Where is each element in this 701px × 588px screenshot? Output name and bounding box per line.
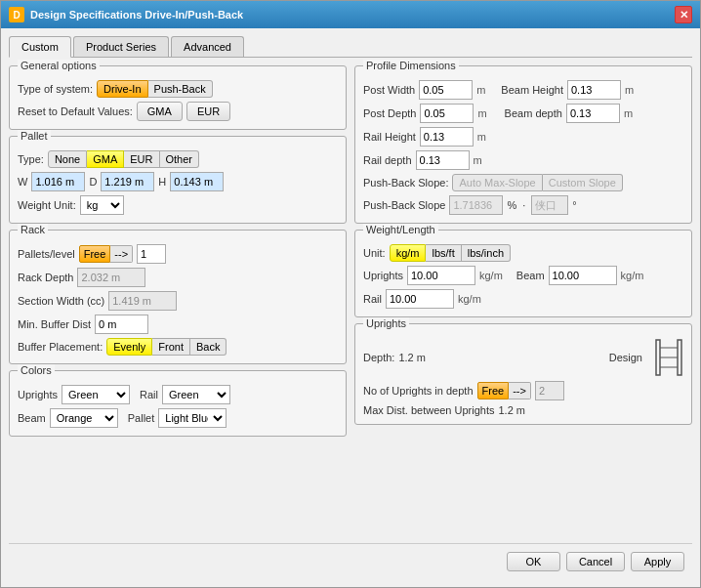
- uprights-depth-label: Depth:: [363, 352, 394, 363]
- section-width-label: Section Width (cc): [18, 295, 104, 307]
- lbs-ft-button[interactable]: lbs/ft: [426, 244, 461, 262]
- uprights-group: Uprights Depth: 1.2 m Design: [354, 323, 692, 425]
- gma-pallet-button[interactable]: GMA: [87, 150, 124, 168]
- uprights-color-select[interactable]: GreenOrangeLight BlueRed: [62, 385, 130, 404]
- none-button[interactable]: None: [48, 150, 87, 168]
- buffer-placement-group: Evenly Front Back: [106, 338, 227, 356]
- pallets-free-button[interactable]: Free: [79, 245, 111, 263]
- pallet-group: Pallet Type: None GMA EUR Other W D: [9, 136, 347, 224]
- profile-dimensions-group: Profile Dimensions Post Width m Beam Hei…: [354, 65, 692, 224]
- rail-color-select[interactable]: GreenOrangeLight BlueRed: [162, 385, 230, 404]
- weight-unit-label2: Unit:: [363, 247, 386, 259]
- apply-button[interactable]: Apply: [631, 552, 684, 571]
- eur-reset-button[interactable]: EUR: [186, 102, 230, 121]
- weight-length-group: Weight/Length Unit: kg/m lbs/ft lbs/inch…: [354, 230, 692, 317]
- uprights-color-row: Uprights GreenOrangeLight BlueRed Rail G…: [18, 385, 338, 404]
- beam-weight-label: Beam: [516, 270, 545, 281]
- post-depth-label: Post Depth: [363, 107, 416, 119]
- buffer-placement-row: Buffer Placement: Evenly Front Back: [18, 338, 338, 356]
- no-uprights-input[interactable]: [535, 381, 564, 400]
- ok-button[interactable]: OK: [507, 552, 560, 571]
- type-of-system-row: Type of system: Drive-In Push-Back: [18, 80, 338, 98]
- uprights-free-button[interactable]: Free: [477, 382, 510, 399]
- main-content: General options Type of system: Drive-In…: [9, 65, 692, 543]
- w-input[interactable]: [31, 172, 85, 191]
- window-title: Design Specifications Drive-In/Push-Back: [30, 9, 669, 21]
- tab-bar: Custom Product Series Advanced: [9, 36, 692, 58]
- uprights-color-label: Uprights: [18, 389, 58, 400]
- rail-weight-input[interactable]: [386, 289, 454, 309]
- push-back-slope-value-label: Push-Back Slope: [363, 199, 445, 211]
- rack-group: Rack Pallets/level Free --> Rack Depth: [9, 230, 347, 364]
- colors-label: Colors: [18, 364, 55, 376]
- rack-depth-input[interactable]: [77, 268, 145, 287]
- uprights-weight-row: Uprights kg/m Beam kg/m: [363, 266, 683, 285]
- lbs-inch-button[interactable]: lbs/inch: [462, 244, 511, 262]
- rail-depth-input[interactable]: [416, 150, 470, 170]
- eur-pallet-button[interactable]: EUR: [124, 150, 159, 168]
- gma-reset-button[interactable]: GMA: [137, 102, 183, 121]
- pallets-value-input[interactable]: [137, 244, 166, 264]
- post-width-input[interactable]: [419, 80, 473, 100]
- post-depth-input[interactable]: [420, 104, 474, 123]
- app-icon: D: [9, 7, 24, 22]
- angle-input[interactable]: [531, 195, 568, 215]
- beam-height-input[interactable]: [567, 80, 621, 100]
- svg-rect-1: [678, 340, 681, 375]
- degree-sign: °: [572, 199, 576, 211]
- beam-color-select[interactable]: GreenOrangeLight BlueRed: [50, 408, 118, 428]
- push-back-slope-row: Push-Back Slope: Auto Max-Slope Custom S…: [363, 174, 683, 191]
- max-dist-row: Max Dist. between Uprights 1.2 m: [363, 404, 683, 416]
- auto-max-slope-button[interactable]: Auto Max-Slope: [452, 174, 542, 191]
- post-width-label: Post Width: [363, 84, 415, 96]
- h-label: H: [158, 176, 166, 188]
- max-dist-label: Max Dist. between Uprights: [363, 404, 495, 416]
- evenly-button[interactable]: Evenly: [106, 338, 152, 356]
- d-label: D: [89, 176, 97, 188]
- custom-slope-button[interactable]: Custom Slope: [543, 174, 623, 191]
- tab-advanced[interactable]: Advanced: [171, 36, 244, 57]
- left-column: General options Type of system: Drive-In…: [9, 65, 347, 543]
- uprights-weight-input[interactable]: [407, 266, 475, 285]
- uprights-arrow-button[interactable]: -->: [509, 382, 531, 399]
- rail-depth-row: Rail depth m: [363, 150, 683, 170]
- main-window: D Design Specifications Drive-In/Push-Ba…: [0, 0, 701, 588]
- uprights-weight-unit: kg/m: [479, 270, 503, 281]
- min-buffer-input[interactable]: [95, 315, 148, 334]
- d-input[interactable]: [101, 172, 154, 191]
- cancel-button[interactable]: Cancel: [566, 552, 625, 571]
- rail-color-label: Rail: [140, 389, 158, 400]
- pallet-color-select[interactable]: GreenOrangeLight BlueRed: [158, 408, 227, 428]
- pallets-arrow-button[interactable]: -->: [110, 245, 133, 263]
- h-input[interactable]: [170, 172, 224, 191]
- no-uprights-row: No of Uprights in depth Free -->: [363, 381, 683, 400]
- weight-unit-label: Weight Unit:: [18, 199, 76, 211]
- front-button[interactable]: Front: [152, 338, 190, 356]
- dot-sign: ·: [522, 199, 525, 211]
- slope-type-group: Auto Max-Slope Custom Slope: [452, 174, 622, 191]
- close-button[interactable]: ✕: [675, 6, 692, 23]
- beam-depth-input[interactable]: [566, 104, 620, 123]
- other-pallet-button[interactable]: Other: [160, 150, 200, 168]
- colors-group: Colors Uprights GreenOrangeLight BlueRed…: [9, 370, 347, 437]
- buffer-placement-label: Buffer Placement:: [18, 341, 103, 353]
- kg-m-button[interactable]: kg/m: [390, 244, 427, 262]
- pallets-level-row: Pallets/level Free -->: [18, 244, 338, 264]
- post-depth-unit: m: [477, 107, 486, 119]
- content-area: Custom Product Series Advanced General o…: [1, 28, 700, 587]
- weight-unit-select[interactable]: kg lbs: [80, 195, 124, 215]
- beam-weight-input[interactable]: [549, 266, 617, 285]
- tab-product-series[interactable]: Product Series: [73, 36, 169, 57]
- section-width-input[interactable]: [108, 291, 177, 311]
- push-back-slope-input[interactable]: [449, 195, 503, 215]
- drive-in-button[interactable]: Drive-In: [97, 80, 148, 98]
- rail-height-input[interactable]: [420, 127, 474, 147]
- tab-custom[interactable]: Custom: [9, 36, 71, 58]
- rail-depth-label: Rail depth: [363, 154, 412, 166]
- push-back-button[interactable]: Push-Back: [148, 80, 213, 98]
- rail-weight-label: Rail: [363, 293, 382, 305]
- max-dist-value: 1.2 m: [499, 404, 526, 416]
- back-button[interactable]: Back: [190, 338, 227, 356]
- type-of-system-label: Type of system:: [18, 83, 93, 95]
- rail-weight-unit: kg/m: [458, 293, 481, 305]
